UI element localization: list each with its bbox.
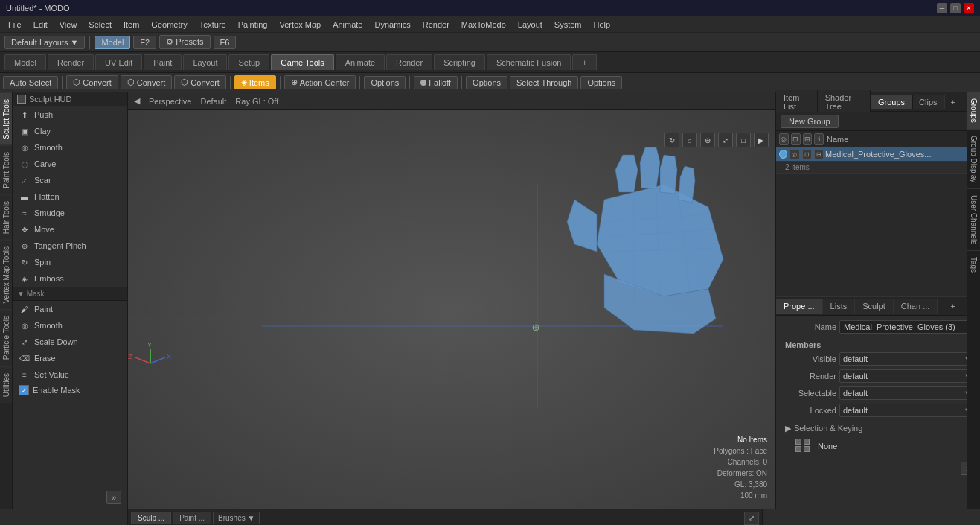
rvtab-tags[interactable]: Tags xyxy=(967,251,980,279)
rtab-clips[interactable]: Clips xyxy=(913,95,944,109)
minimize-button[interactable]: ─ xyxy=(937,3,947,13)
menu-vertex-map[interactable]: Vertex Map xyxy=(274,19,326,31)
select-through-btn[interactable]: Select Through xyxy=(510,76,578,89)
group-item-lock[interactable]: ⊞ xyxy=(814,149,824,159)
menu-layout[interactable]: Layout xyxy=(513,19,548,31)
ptab-properties[interactable]: Prope ... xyxy=(776,299,823,314)
rtab-groups[interactable]: Groups xyxy=(871,95,913,109)
close-button[interactable]: ✕ xyxy=(964,3,974,13)
menu-view[interactable]: View xyxy=(54,19,83,31)
vp-max-btn[interactable]: □ xyxy=(736,133,751,147)
btab-sculpt[interactable]: Sculp ... xyxy=(131,512,171,524)
vtab-utilities[interactable]: Utilities xyxy=(0,366,12,403)
tab-scripting[interactable]: Scripting xyxy=(434,54,485,70)
layout-select-btn[interactable]: Default Layouts ▼ xyxy=(4,36,85,49)
rvtab-groups[interactable]: Groups xyxy=(967,92,980,130)
menu-render[interactable]: Render xyxy=(417,19,455,31)
tool-smooth[interactable]: Smooth xyxy=(13,139,127,156)
tab-model[interactable]: Model xyxy=(4,54,46,70)
group-item-rend[interactable]: ⊡ xyxy=(802,149,812,159)
tool-tangent[interactable]: Tangent Pinch xyxy=(13,238,127,254)
enable-mask-row[interactable]: ✓ Enable Mask xyxy=(13,383,127,398)
menu-select[interactable]: Select xyxy=(83,19,117,31)
maximize-button[interactable]: □ xyxy=(950,3,961,13)
tab-add[interactable]: + xyxy=(572,54,596,70)
tool-scar[interactable]: Scar xyxy=(13,172,127,188)
viewport-canvas[interactable]: X Z Y ↻ ⌂ ⊕ ⤢ □ ▶ No Items Polygons : Fa… xyxy=(128,110,775,509)
tab-schematic[interactable]: Schematic Fusion xyxy=(487,54,571,70)
auto-select-btn[interactable]: Auto Select xyxy=(3,76,58,89)
rtab-item-list[interactable]: Item List xyxy=(776,90,818,114)
vp-zoom-btn[interactable]: ⊕ xyxy=(700,133,715,147)
rvtab-user-channels[interactable]: User Channels xyxy=(967,189,980,251)
ptab-sculpt[interactable]: Sculpt xyxy=(855,299,894,314)
rvtab-group-display[interactable]: Group Display xyxy=(967,130,980,189)
tool-move[interactable]: Move xyxy=(13,221,127,238)
menu-painting[interactable]: Painting xyxy=(233,19,273,31)
tool-carve[interactable]: Carve xyxy=(13,156,127,172)
menu-animate[interactable]: Animate xyxy=(327,19,368,31)
tool-emboss[interactable]: Emboss xyxy=(13,270,127,287)
vp-reset-btn[interactable]: ⌂ xyxy=(682,133,697,147)
menu-item[interactable]: Item xyxy=(118,19,144,31)
mode-f2-btn[interactable]: F2 xyxy=(133,36,156,49)
tool-scale-down[interactable]: Scale Down xyxy=(13,334,127,350)
group-vis-icon[interactable]: ◎ xyxy=(779,133,789,145)
prop-visible-select[interactable]: default ▼ xyxy=(839,352,976,366)
action-center-btn[interactable]: ⊕ Action Center xyxy=(284,75,356,89)
options-btn-3[interactable]: Options xyxy=(580,76,622,89)
btab-paint[interactable]: Paint ... xyxy=(173,512,211,524)
menu-edit[interactable]: Edit xyxy=(28,19,53,31)
tool-setvalue[interactable]: Set Value xyxy=(13,366,127,383)
tool-smudge[interactable]: Smudge xyxy=(13,205,127,221)
items-btn[interactable]: ◈ Items xyxy=(234,75,276,89)
options-btn-2[interactable]: Options xyxy=(466,76,507,89)
mode-f6-btn[interactable]: F6 xyxy=(214,36,237,49)
btab-brushes[interactable]: Brushes ▼ xyxy=(213,512,260,524)
viewport-perspective[interactable]: Perspective xyxy=(149,97,191,106)
rtab-add-btn[interactable]: + xyxy=(944,95,961,109)
vtab-paint[interactable]: Paint Tools xyxy=(0,145,12,194)
ptab-add-btn[interactable]: + xyxy=(945,299,961,314)
tab-render2[interactable]: Render xyxy=(386,54,432,70)
tool-clay[interactable]: Clay xyxy=(13,123,127,139)
vp-arrow-btn[interactable]: ▶ xyxy=(754,133,769,147)
more-tools-btn[interactable]: » xyxy=(106,491,121,504)
viewport-nav-arrow[interactable]: ◀ xyxy=(134,96,140,106)
menu-help[interactable]: Help xyxy=(589,19,616,31)
vp-rotate-btn[interactable]: ↻ xyxy=(664,133,679,147)
group-item-row[interactable]: ◎ ⊡ ⊞ Medical_Protective_Gloves... xyxy=(776,147,980,162)
tool-spin[interactable]: Spin xyxy=(13,254,127,270)
viewport-shading[interactable]: Default xyxy=(200,97,226,106)
tab-layout[interactable]: Layout xyxy=(183,54,227,70)
vtab-vertex[interactable]: Vertex Map Tools xyxy=(0,240,12,310)
menu-maxtomodo[interactable]: MaxToModo xyxy=(456,19,511,31)
mode-presets-btn[interactable]: ⚙ Presets xyxy=(159,35,210,49)
mode-model-btn[interactable]: Model xyxy=(95,36,130,49)
vp-fit-btn[interactable]: ⤢ xyxy=(718,133,733,147)
vtab-particle[interactable]: Particle Tools xyxy=(0,309,12,366)
tool-smooth-mask[interactable]: Smooth xyxy=(13,317,127,334)
vtab-sculpt[interactable]: Sculpt Tools xyxy=(0,92,12,145)
tab-paint[interactable]: Paint xyxy=(144,54,182,70)
prop-selectable-select[interactable]: default ▼ xyxy=(839,386,976,400)
btab-expand-btn[interactable]: ⤢ xyxy=(744,512,759,525)
falloff-btn[interactable]: Falloff xyxy=(414,76,458,89)
new-group-btn[interactable]: New Group xyxy=(781,115,839,128)
enable-mask-checkbox[interactable]: ✓ xyxy=(19,385,29,395)
prop-locked-select[interactable]: default ▼ xyxy=(839,404,976,417)
ptab-channels[interactable]: Chan ... xyxy=(894,299,938,314)
tab-setup[interactable]: Setup xyxy=(228,54,269,70)
vtab-hair[interactable]: Hair Tools xyxy=(0,194,12,240)
tab-uvedit[interactable]: UV Edit xyxy=(95,54,142,70)
tool-erase[interactable]: Erase xyxy=(13,350,127,366)
tab-animate[interactable]: Animate xyxy=(336,54,385,70)
menu-system[interactable]: System xyxy=(549,19,587,31)
tool-flatten[interactable]: Flatten xyxy=(13,188,127,205)
tool-push[interactable]: Push xyxy=(13,106,127,123)
group-info-icon[interactable]: ℹ xyxy=(814,133,824,145)
convert-btn-2[interactable]: ⬡ Convert xyxy=(121,75,173,89)
rtab-shader-tree[interactable]: Shader Tree xyxy=(818,90,871,114)
prop-render-select[interactable]: default ▼ xyxy=(839,369,976,383)
menu-geometry[interactable]: Geometry xyxy=(146,19,192,31)
